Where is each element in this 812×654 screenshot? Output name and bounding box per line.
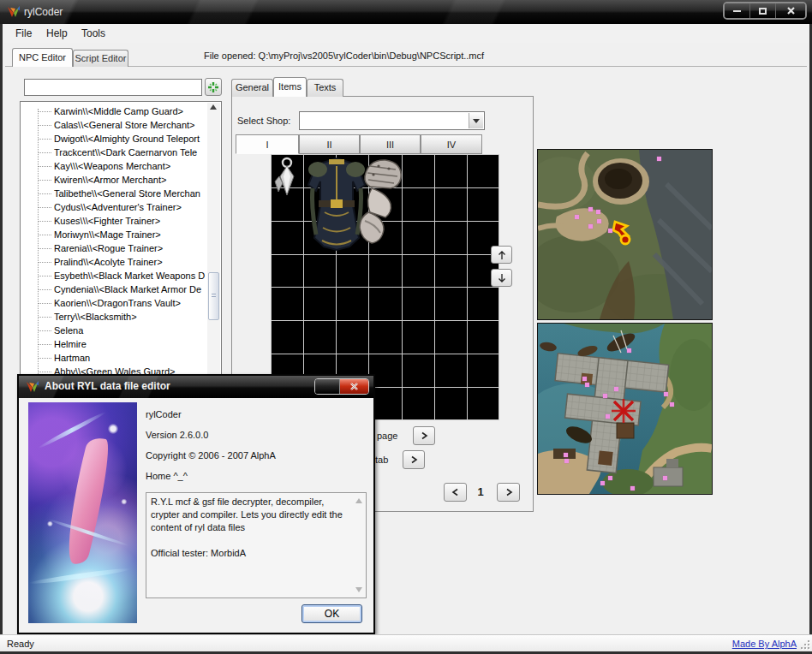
menu-help[interactable]: Help <box>46 27 68 39</box>
next-page-button-2[interactable] <box>497 483 520 502</box>
titlebar[interactable]: rylCoder <box>0 0 812 24</box>
npc-tree-item[interactable]: Terry\\<Blacksmith> <box>21 310 207 324</box>
npc-tree-item[interactable]: Pralind\\<Acolyte Trainer> <box>21 255 207 269</box>
shop-tab-3[interactable]: III <box>360 134 421 154</box>
npc-position-dot <box>664 392 668 396</box>
move-up-button[interactable] <box>491 246 512 264</box>
chevron-right-icon <box>409 455 419 465</box>
npc-position-dot <box>603 394 607 398</box>
npc-tree-item[interactable]: Esybeth\\<Black Market Weapons D <box>21 269 207 282</box>
file-opened-label: File opened: Q:\myProj\vs2005\rylCoder\b… <box>204 51 484 61</box>
about-close-button[interactable] <box>340 379 368 394</box>
npc-position-dot <box>608 476 612 480</box>
scroll-up-icon[interactable] <box>210 104 217 110</box>
artwork-figure <box>57 435 116 567</box>
tab-npc-editor[interactable]: NPC Editor <box>12 48 73 67</box>
shop-tab-1[interactable]: I <box>236 134 299 154</box>
npc-position-dot <box>670 402 674 407</box>
scroll-down-icon[interactable] <box>355 587 362 592</box>
npc-tree-item[interactable]: Cyndenia\\<Black Market Armor De <box>21 282 207 296</box>
npc-position-dot <box>614 387 618 391</box>
npc-position-dot <box>657 157 661 161</box>
npc-name: Cydus\\<Adventurer's Trainer> <box>54 202 182 212</box>
prev-page-button[interactable] <box>444 483 467 502</box>
scroll-up-icon[interactable] <box>355 498 362 503</box>
npc-position-dot <box>575 215 579 219</box>
about-artwork-image <box>28 402 137 623</box>
npc-tree-item[interactable]: Rarenia\\<Rogue Trainer> <box>21 241 207 255</box>
npc-name: Rarenia\\<Rogue Trainer> <box>54 243 163 253</box>
resize-grip-icon[interactable] <box>801 640 809 649</box>
npc-name: Terry\\<Blacksmith> <box>54 312 137 322</box>
npc-tree-item[interactable]: Calas\\<General Store Merchant> <box>21 118 207 132</box>
tab-texts[interactable]: Texts <box>307 79 343 97</box>
next-tab-button[interactable] <box>403 450 425 469</box>
maximize-button[interactable] <box>750 3 776 18</box>
npc-tree-item[interactable]: Kuses\\\<Fighter Trainer> <box>21 214 207 228</box>
page-nav-label: page <box>377 431 397 441</box>
npc-position-dot <box>588 207 593 211</box>
npc-name: Kaorien\\<DragonTrans Vault> <box>54 298 181 308</box>
ok-button[interactable]: OK <box>302 604 362 623</box>
selected-npc-marker <box>608 218 637 247</box>
npc-tree-item[interactable]: Selena <box>21 324 207 337</box>
menu-tools[interactable]: Tools <box>81 27 105 39</box>
window-title: rylCoder <box>24 6 63 18</box>
next-page-button[interactable] <box>413 426 435 445</box>
menu-file[interactable]: File <box>15 27 32 39</box>
about-version: Version 2.6.0.0 <box>146 430 208 440</box>
npc-search-input[interactable] <box>24 79 202 96</box>
credit-link[interactable]: Made By AlphA <box>732 639 797 649</box>
window-controls <box>723 2 807 20</box>
about-dialog: About RYL data file editor rylCoder Vers… <box>17 374 375 634</box>
window-border-left <box>0 24 3 651</box>
app-logo-icon <box>7 5 21 19</box>
npc-position-dot <box>597 219 601 223</box>
about-home-link[interactable]: Home ^_^ <box>146 471 188 481</box>
npc-tree-item[interactable]: Trackcent\\<Dark Caernarvon Tele <box>21 146 207 159</box>
npc-location-map-top[interactable] <box>537 149 713 320</box>
npc-position-dot <box>564 459 569 463</box>
npc-tree-item[interactable]: Helmire <box>21 337 207 351</box>
minimize-button[interactable] <box>725 3 750 18</box>
close-button[interactable] <box>776 3 805 18</box>
select-shop-combobox[interactable] <box>299 111 485 130</box>
tab-general[interactable]: General <box>231 79 273 97</box>
arrow-up-icon <box>497 249 507 261</box>
npc-position-dot <box>606 414 610 419</box>
npc-name: Talibethe\\<General Store Merchan <box>54 188 200 199</box>
npc-position-dot <box>663 476 667 480</box>
about-dialog-titlebar[interactable]: About RYL data file editor <box>19 376 373 398</box>
npc-position-dot <box>564 453 568 457</box>
npc-tree-item[interactable]: Talibethe\\<General Store Merchan <box>21 187 207 200</box>
npc-tree-item[interactable]: Karwin\\<Middle Camp Guard> <box>21 104 207 118</box>
search-button[interactable] <box>205 78 222 96</box>
npc-name: Kwiren\\<Armor Merchant> <box>54 175 166 185</box>
chevron-right-icon <box>419 431 429 441</box>
shop-tab-2[interactable]: II <box>299 134 360 154</box>
move-down-button[interactable] <box>491 269 512 287</box>
about-app-name: rylCoder <box>146 409 182 419</box>
tab-script-editor[interactable]: Script Editor <box>73 50 128 67</box>
npc-location-map-bottom[interactable] <box>537 323 713 495</box>
npc-tree-item[interactable]: Moriwyn\\<Mage Trainer> <box>21 228 207 241</box>
about-description-box[interactable]: R.Y.L mcf & gsf file decrypter, decompil… <box>146 492 367 598</box>
green-crosshair-icon <box>207 81 219 93</box>
tab-items[interactable]: Items <box>273 77 307 97</box>
npc-tree-item[interactable]: Kwiren\\<Armor Merchant> <box>21 173 207 187</box>
npc-tree-item[interactable]: Cydus\\<Adventurer's Trainer> <box>21 200 207 214</box>
scrollbar-thumb[interactable] <box>208 272 219 320</box>
selected-npc-marker <box>609 396 638 425</box>
shop-tab-4[interactable]: IV <box>421 134 482 154</box>
npc-tree-item[interactable]: Kaorien\\<DragonTrans Vault> <box>21 296 207 310</box>
npc-position-dot <box>608 229 612 233</box>
npc-tree-item[interactable]: Kay\\\<Weapons Merchant> <box>21 159 207 173</box>
item-pendant[interactable] <box>272 156 303 202</box>
item-gauntlet[interactable] <box>353 156 408 250</box>
about-description-text: R.Y.L mcf & gsf file decrypter, decompil… <box>151 496 350 534</box>
about-copyright: Copyright © 2006 - 2007 AlphA <box>146 450 276 461</box>
combobox-dropdown-button[interactable] <box>469 113 483 128</box>
npc-tree-item[interactable]: Hartman <box>21 351 207 365</box>
npc-tree-item[interactable]: Dwigot\\<Almighty Ground Teleport <box>21 132 207 146</box>
statusbar: Ready Made By AlphA <box>0 634 812 651</box>
